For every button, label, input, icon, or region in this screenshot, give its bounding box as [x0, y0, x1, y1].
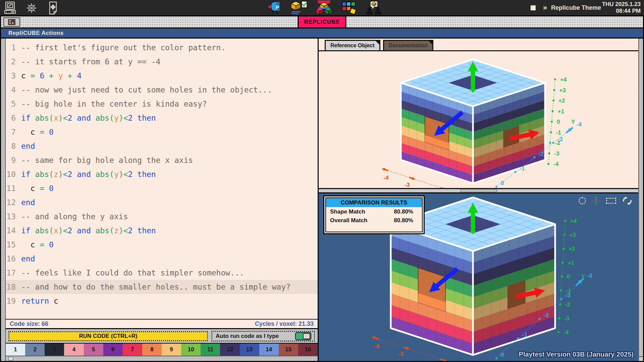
svg-text:-3: -3: [405, 182, 410, 188]
code-line-17[interactable]: 17-- feels like I could do that simpler …: [6, 266, 318, 280]
code-token: if: [21, 114, 35, 122]
selection-circle-icon[interactable]: [579, 197, 586, 204]
palette-swatch-7[interactable]: 7: [123, 344, 142, 356]
panel-resize-handle[interactable]: [460, 189, 497, 192]
selection-rect-icon[interactable]: [606, 198, 616, 204]
palette-swatch-13[interactable]: 13: [240, 344, 259, 356]
autorun-toggle[interactable]: [295, 332, 311, 340]
viewer-vertical-scrollbar[interactable]: [638, 39, 643, 361]
reference-tabs-row: Reference ObjectDocumentation: [319, 39, 638, 51]
code-line-9[interactable]: 9-- same for big hole along the x axis: [6, 153, 318, 167]
tab-reference-object[interactable]: Reference Object: [325, 40, 380, 50]
code-token: 4: [77, 71, 82, 80]
palette-swatch-15[interactable]: 15: [279, 344, 298, 356]
resize-corner[interactable]: [639, 356, 643, 361]
hscroll-handle[interactable]: [8, 357, 13, 360]
reference-cube-canvas[interactable]: +4+3+2+10Y-1-2-3-40-1-2-3-4-4-3: [319, 51, 638, 188]
code-token: c: [21, 184, 40, 193]
palette-swatch-3[interactable]: 3: [45, 344, 64, 356]
palette-swatch-5[interactable]: 5: [84, 344, 103, 356]
computer-icon[interactable]: [3, 1, 17, 15]
editor-vertical-scrollbar[interactable]: [1, 39, 6, 361]
code-line-7[interactable]: 7 c = 0: [6, 125, 318, 139]
code-token: return: [21, 297, 49, 305]
svg-text:+3: +3: [570, 232, 576, 238]
code-token: (: [49, 114, 54, 122]
community-icon[interactable]: [365, 0, 382, 15]
code-line-1[interactable]: 1-- first let's figure out the color pat…: [6, 41, 318, 55]
replicube-tab[interactable]: REPLICUBE: [298, 16, 346, 27]
window-title-bar[interactable]: REPLICUBE: [1, 16, 643, 28]
line-number: 3: [6, 71, 21, 80]
code-token: -- now we just need to cut some holes in…: [21, 85, 272, 94]
palette-swatch-2[interactable]: 2: [25, 344, 45, 356]
code-token: <: [63, 114, 68, 122]
palette-swatch-6[interactable]: 6: [103, 344, 123, 356]
svg-text:-4: -4: [577, 121, 582, 128]
goal-cube-checklist-icon[interactable]: [290, 0, 308, 15]
palette-swatch-10[interactable]: 10: [181, 344, 201, 356]
code-line-15[interactable]: 15 c = 0: [6, 238, 318, 252]
palette-swatch-4[interactable]: 4: [64, 344, 84, 356]
code-token: -- same for big hole along the x axis: [21, 156, 193, 165]
code-line-13[interactable]: 13-- and along the y axis: [6, 209, 318, 224]
svg-text:-2: -2: [544, 312, 549, 318]
menu-center-icons: P: [266, 0, 382, 15]
code-line-5[interactable]: 5-- big hole in the center is kinda easy…: [6, 97, 318, 111]
line-number: 7: [6, 128, 21, 136]
mailbox-icon[interactable]: P: [266, 0, 283, 15]
autorun-group: Auto run code as I type: [211, 331, 315, 342]
palette-swatch-14[interactable]: 14: [259, 344, 279, 356]
svg-text:P: P: [276, 4, 279, 10]
code-token: if: [21, 170, 35, 179]
code-line-12[interactable]: 12end: [6, 195, 318, 209]
theme-label: Replicube Theme: [551, 4, 601, 11]
code-line-10[interactable]: 10if abs(z)<2 and abs(y)<2 then: [6, 167, 318, 181]
palette-swatch-16[interactable]: 16: [298, 344, 318, 356]
window-square-icon[interactable]: [531, 5, 536, 10]
palette-swatch-12[interactable]: 12: [220, 344, 239, 356]
palette-icon[interactable]: [340, 0, 358, 15]
code-line-16[interactable]: 16end: [6, 252, 318, 266]
clock: THU 2025.1.23 08:44 PM: [602, 1, 641, 14]
palette-swatch-9[interactable]: 9: [162, 344, 181, 356]
code-token: -- first let's figure out the color patt…: [21, 43, 225, 52]
editor-horizontal-scrollbar[interactable]: [6, 356, 318, 361]
code-line-18[interactable]: 18-- and how to do the smaller holes.. m…: [6, 280, 318, 294]
code-token: c: [49, 297, 58, 305]
comparison-row: Shape Match80.80%: [326, 207, 422, 216]
code-line-6[interactable]: 6if abs(x)<2 and abs(y)<2 then: [6, 111, 318, 125]
window-menu-icon[interactable]: [3, 17, 20, 27]
code-token: x: [54, 226, 58, 235]
code-token: <: [123, 170, 128, 179]
settings-gear-icon[interactable]: [25, 1, 38, 15]
code-line-11[interactable]: 11 c = 0: [6, 181, 318, 195]
palette-swatch-8[interactable]: 8: [142, 344, 162, 356]
replicube-window: REPLICUBE RepliCUBE Actions 1-- first le…: [0, 15, 644, 362]
svg-text:+4: +4: [560, 76, 567, 83]
tab-documentation[interactable]: Documentation: [383, 40, 433, 50]
line-number: 19: [6, 297, 21, 305]
code-area[interactable]: 1-- first let's figure out the color pat…: [6, 39, 318, 319]
levels-cubes-icon[interactable]: [315, 0, 333, 15]
code-line-8[interactable]: 8end: [6, 139, 318, 153]
run-code-button[interactable]: RUN CODE (CTRL+R): [8, 331, 208, 341]
code-token: c: [21, 128, 40, 136]
svg-text:0: 0: [557, 119, 560, 125]
palette-swatch-11[interactable]: 11: [201, 344, 220, 356]
code-token: abs: [35, 226, 49, 235]
svg-text:-2: -2: [539, 151, 544, 157]
code-line-4[interactable]: 4-- now we just need to cut some holes i…: [6, 83, 318, 97]
code-token: and: [77, 170, 95, 179]
code-token: abs: [35, 114, 49, 122]
actions-title: RepliCUBE Actions: [8, 30, 64, 37]
code-line-3[interactable]: 3c = 6 + y + 4: [6, 69, 318, 83]
code-line-19[interactable]: 19return c: [6, 294, 318, 308]
reset-view-icon[interactable]: [622, 196, 633, 205]
svg-text:0: 0: [501, 180, 504, 186]
axes-icon[interactable]: [591, 196, 601, 205]
code-line-14[interactable]: 14if abs(x)<2 and abs(z)<2 then: [6, 224, 318, 238]
palette-swatch-1[interactable]: 1: [6, 344, 25, 356]
code-line-2[interactable]: 2-- it starts from 6 at y == -4: [6, 55, 318, 69]
new-file-icon[interactable]: [46, 1, 60, 15]
